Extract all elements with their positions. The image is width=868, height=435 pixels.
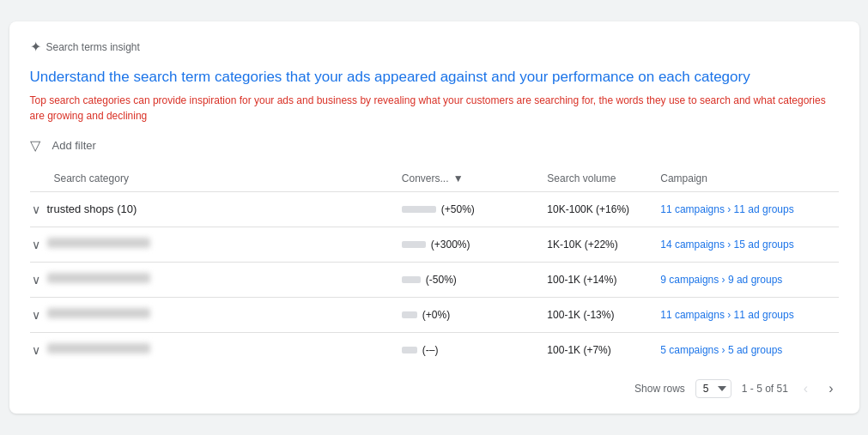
header-row: ✦ Search terms insight <box>30 39 839 55</box>
sort-arrow-icon: ▼ <box>453 172 464 184</box>
conversions-cell: (-–) <box>402 332 548 367</box>
table-row: ∨trusted shops (10)(+50%)10K-100K (+16%)… <box>30 191 839 227</box>
search-category-cell: ∨ <box>30 333 201 367</box>
campaign-link[interactable]: 11 campaigns › 11 ad groups <box>660 203 793 215</box>
campaign-cell[interactable]: 11 campaigns › 11 ad groups <box>660 191 838 227</box>
conversions-cell: (+50%) <box>402 191 548 227</box>
page-subtitle: Top search categories can provide inspir… <box>30 93 839 124</box>
show-rows-label: Show rows <box>634 383 685 395</box>
search-volume-cell: 100-1K (+14%) <box>547 262 660 297</box>
row-label: trusted shops (10) <box>47 202 137 215</box>
main-card: ✦ Search terms insight Understand the se… <box>9 21 859 414</box>
expand-row-button[interactable]: ∨ <box>30 341 42 359</box>
search-volume-cell: 100-1K (+7%) <box>547 332 660 367</box>
next-page-button[interactable]: › <box>823 378 838 400</box>
campaign-link[interactable]: 5 campaigns › 5 ad groups <box>660 344 782 356</box>
col-header-campaign: Campaign <box>660 166 838 192</box>
table-row: ∨(-50%)100-1K (+14%)9 campaigns › 9 ad g… <box>30 262 839 297</box>
campaign-link[interactable]: 9 campaigns › 9 ad groups <box>660 274 782 286</box>
row-label <box>47 238 150 251</box>
prev-page-button[interactable]: ‹ <box>798 378 813 400</box>
conversions-cell: (+300%) <box>402 227 548 262</box>
filter-row: ▽ Add filter <box>30 137 839 154</box>
campaign-cell[interactable]: 11 campaigns › 11 ad groups <box>660 297 838 332</box>
page-info: 1 - 5 of 51 <box>742 383 788 395</box>
col-header-search-category: Search category <box>30 166 402 192</box>
row-label <box>47 308 150 321</box>
page-title: Understand the search term categories th… <box>30 67 839 88</box>
sparkle-icon: ✦ <box>30 39 41 55</box>
campaign-link[interactable]: 11 campaigns › 11 ad groups <box>660 309 793 321</box>
col-header-conversions[interactable]: Convers... ▼ <box>402 166 548 192</box>
header-label: Search terms insight <box>46 41 140 53</box>
row-label <box>47 343 150 356</box>
rows-per-page-select[interactable]: 5 10 25 50 <box>695 379 731 398</box>
expand-row-button[interactable]: ∨ <box>30 271 42 288</box>
add-filter-button[interactable]: Add filter <box>47 137 101 154</box>
campaign-cell[interactable]: 14 campaigns › 15 ad groups <box>660 227 838 262</box>
table-row: ∨(+300%)1K-10K (+22%)14 campaigns › 15 a… <box>30 227 839 262</box>
table-row: ∨(-–)100-1K (+7%)5 campaigns › 5 ad grou… <box>30 332 839 367</box>
search-volume-cell: 100-1K (-13%) <box>547 297 660 332</box>
search-category-cell: ∨ <box>30 298 201 332</box>
col-header-search-volume: Search volume <box>547 166 660 192</box>
search-volume-cell: 1K-10K (+22%) <box>547 227 660 262</box>
filter-icon: ▽ <box>30 137 40 154</box>
conversions-cell: (-50%) <box>402 262 548 297</box>
conversions-cell: (+0%) <box>402 297 548 332</box>
search-category-cell: ∨ <box>30 263 201 297</box>
search-volume-cell: 10K-100K (+16%) <box>547 191 660 227</box>
table-row: ∨(+0%)100-1K (-13%)11 campaigns › 11 ad … <box>30 297 839 332</box>
campaign-link[interactable]: 14 campaigns › 15 ad groups <box>660 239 793 251</box>
campaign-cell[interactable]: 9 campaigns › 9 ad groups <box>660 262 838 297</box>
data-table: Search category Convers... ▼ Search volu… <box>30 166 839 367</box>
search-category-cell: ∨trusted shops (10) <box>30 192 201 227</box>
search-category-cell: ∨ <box>30 227 201 262</box>
campaign-cell[interactable]: 5 campaigns › 5 ad groups <box>660 332 838 367</box>
footer-row: Show rows 5 10 25 50 1 - 5 of 51 ‹ › <box>30 378 839 400</box>
table-header-row: Search category Convers... ▼ Search volu… <box>30 166 839 192</box>
row-label <box>47 273 150 286</box>
expand-row-button[interactable]: ∨ <box>30 201 42 218</box>
expand-row-button[interactable]: ∨ <box>30 236 42 253</box>
expand-row-button[interactable]: ∨ <box>30 306 42 323</box>
